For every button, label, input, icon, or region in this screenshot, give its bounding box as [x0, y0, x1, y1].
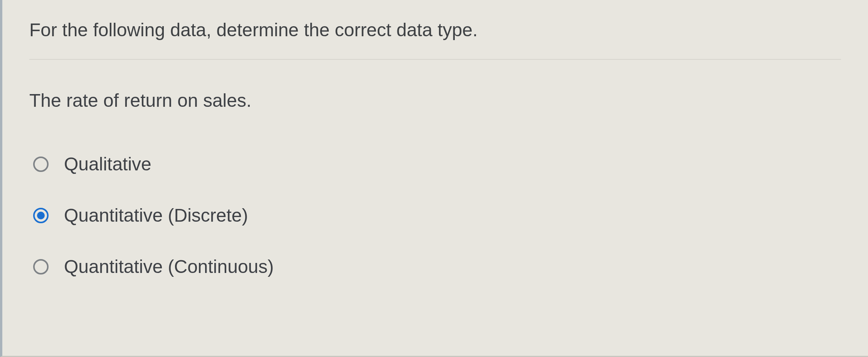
divider	[29, 59, 841, 60]
option-quantitative-continuous[interactable]: Quantitative (Continuous)	[33, 256, 841, 277]
option-quantitative-discrete[interactable]: Quantitative (Discrete)	[33, 205, 841, 226]
option-qualitative[interactable]: Qualitative	[33, 153, 841, 175]
radio-icon	[33, 208, 49, 223]
question-prompt: For the following data, determine the co…	[29, 19, 841, 40]
option-label: Quantitative (Continuous)	[64, 256, 274, 277]
option-label: Qualitative	[64, 153, 151, 175]
options-group: Qualitative Quantitative (Discrete) Quan…	[29, 153, 841, 277]
option-label: Quantitative (Discrete)	[64, 205, 248, 226]
radio-icon	[33, 259, 49, 274]
question-text: The rate of return on sales.	[29, 90, 841, 111]
radio-icon	[33, 157, 49, 172]
question-container: For the following data, determine the co…	[2, 0, 868, 300]
